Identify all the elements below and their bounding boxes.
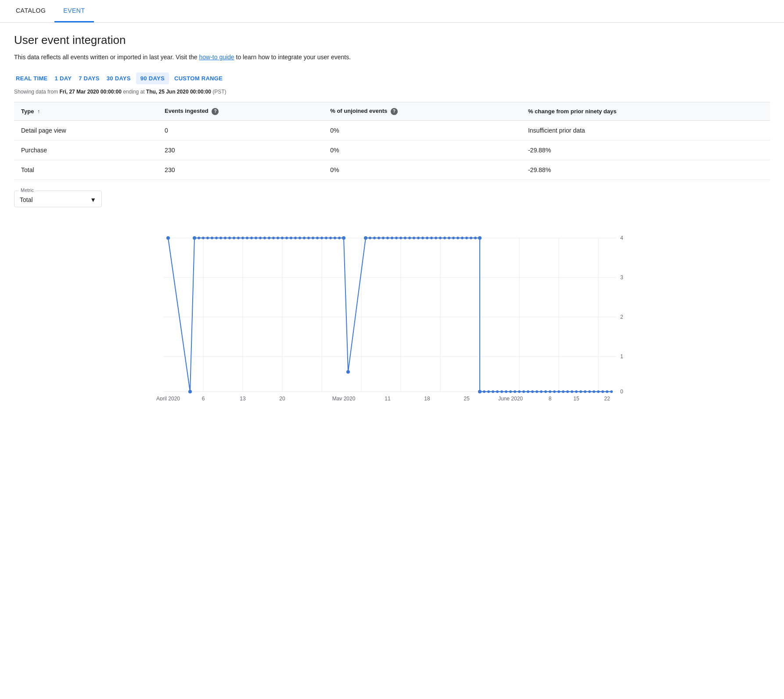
svg-point-51: [329, 237, 332, 239]
svg-text:22: 22: [604, 396, 610, 400]
cell-type: Total: [14, 160, 158, 180]
svg-point-101: [557, 390, 560, 393]
date-range-timezone: (PST): [211, 89, 227, 95]
svg-point-41: [285, 237, 288, 239]
svg-text:0: 0: [620, 389, 623, 395]
svg-point-26: [219, 237, 222, 239]
chevron-down-icon: ▼: [90, 196, 96, 203]
cell-type: Detail page view: [14, 120, 158, 140]
svg-point-66: [408, 237, 411, 239]
svg-point-60: [382, 237, 385, 239]
svg-point-68: [417, 237, 420, 239]
svg-text:18: 18: [424, 396, 430, 400]
svg-text:13: 13: [240, 396, 246, 400]
time-btn-real-time[interactable]: REAL TIME: [14, 72, 50, 84]
how-to-guide-link[interactable]: how-to guide: [199, 54, 234, 61]
svg-point-77: [457, 237, 459, 239]
svg-point-99: [549, 390, 551, 393]
time-filter-bar: REAL TIME 1 DAY 7 DAYS 30 DAYS 90 DAYS C…: [14, 72, 770, 84]
page-content: User event integration This data reflect…: [0, 23, 784, 429]
col-header-unjoined: % of unjoined events ?: [323, 102, 521, 121]
svg-point-90: [509, 390, 512, 393]
table-row: Purchase 230 0% -29.88%: [14, 140, 770, 160]
svg-point-73: [439, 237, 442, 239]
svg-point-74: [443, 237, 446, 239]
time-btn-1-day[interactable]: 1 DAY: [53, 72, 74, 84]
svg-point-103: [566, 390, 569, 393]
svg-text:20: 20: [279, 396, 285, 400]
svg-point-112: [606, 390, 608, 393]
time-btn-30-days[interactable]: 30 DAYS: [105, 72, 133, 84]
svg-point-71: [430, 237, 433, 239]
chart-dot: [188, 390, 192, 393]
svg-point-36: [263, 237, 266, 239]
cell-type: Purchase: [14, 140, 158, 160]
svg-text:11: 11: [385, 396, 391, 400]
svg-point-86: [492, 390, 494, 393]
svg-point-83: [478, 390, 482, 393]
svg-text:1: 1: [620, 353, 623, 360]
svg-point-97: [540, 390, 543, 393]
metric-dropdown-container[interactable]: Metric Total ▼: [14, 191, 102, 207]
svg-point-82: [478, 236, 482, 240]
date-range-start: Fri, 27 Mar 2020 00:00:00: [59, 89, 121, 95]
svg-point-29: [233, 237, 235, 239]
tab-catalog[interactable]: CATALOG: [7, 0, 54, 22]
svg-point-58: [373, 237, 376, 239]
svg-point-100: [553, 390, 556, 393]
time-btn-7-days[interactable]: 7 DAYS: [77, 72, 101, 84]
svg-point-45: [303, 237, 306, 239]
svg-point-63: [395, 237, 398, 239]
chart-dot: [166, 236, 170, 240]
col-header-change: % change from prior ninety days: [521, 102, 770, 121]
cell-events-ingested: 230: [158, 160, 323, 180]
help-icon-events[interactable]: ?: [212, 108, 219, 115]
svg-point-64: [399, 237, 402, 239]
svg-point-22: [202, 237, 205, 239]
svg-point-78: [461, 237, 464, 239]
svg-point-43: [294, 237, 297, 239]
col-unjoined-label: % of unjoined events: [330, 108, 387, 114]
svg-point-105: [575, 390, 578, 393]
metric-label: Metric: [19, 187, 36, 193]
date-range-prefix: Showing data from: [14, 89, 59, 95]
svg-point-31: [241, 237, 244, 239]
cell-unjoined-pct: 0%: [323, 160, 521, 180]
svg-text:6: 6: [202, 396, 205, 400]
svg-point-113: [610, 390, 613, 393]
description-text-2: to learn how to integrate your user even…: [234, 54, 351, 61]
svg-point-89: [505, 390, 507, 393]
top-navigation: CATALOG EVENT: [0, 0, 784, 23]
time-btn-custom-range[interactable]: CUSTOM RANGE: [173, 72, 224, 84]
svg-point-95: [531, 390, 534, 393]
svg-text:3: 3: [620, 274, 623, 281]
svg-point-47: [312, 237, 314, 239]
cell-unjoined-pct: 0%: [323, 120, 521, 140]
sort-arrow-icon: ↑: [37, 108, 40, 115]
svg-point-55: [346, 370, 350, 374]
svg-point-108: [588, 390, 591, 393]
cell-events-ingested: 230: [158, 140, 323, 160]
col-header-type[interactable]: Type ↑: [14, 102, 158, 121]
svg-point-107: [584, 390, 586, 393]
svg-point-23: [206, 237, 209, 239]
svg-text:25: 25: [464, 396, 470, 400]
chart-dot: [193, 236, 196, 240]
svg-point-53: [338, 237, 341, 239]
tab-event[interactable]: EVENT: [54, 0, 94, 22]
svg-point-104: [571, 390, 573, 393]
page-title: User event integration: [14, 33, 770, 47]
svg-text:8: 8: [549, 396, 552, 400]
metric-select[interactable]: Total ▼: [20, 195, 96, 203]
svg-point-24: [211, 237, 213, 239]
svg-point-91: [514, 390, 516, 393]
help-icon-unjoined[interactable]: ?: [391, 108, 398, 115]
svg-point-61: [386, 237, 389, 239]
svg-point-46: [307, 237, 310, 239]
svg-point-79: [465, 237, 468, 239]
col-type-label: Type: [21, 108, 34, 115]
svg-point-96: [536, 390, 538, 393]
col-events-label: Events ingested: [165, 108, 209, 114]
svg-point-67: [413, 237, 415, 239]
time-btn-90-days[interactable]: 90 DAYS: [136, 72, 169, 84]
